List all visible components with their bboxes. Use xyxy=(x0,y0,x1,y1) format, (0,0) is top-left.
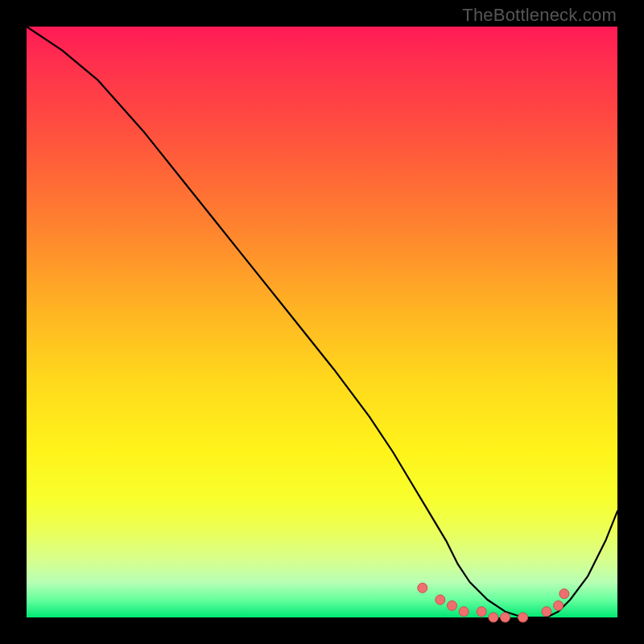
highlight-dot xyxy=(418,583,427,592)
chart-frame: { "watermark": "TheBottleneck.com", "col… xyxy=(0,0,644,644)
highlight-dot xyxy=(542,607,551,617)
highlight-dot xyxy=(477,607,486,617)
bottleneck-curve xyxy=(27,27,617,617)
highlight-dot xyxy=(559,589,569,599)
highlight-dot xyxy=(518,613,528,622)
highlight-dot xyxy=(501,613,510,622)
highlight-dot xyxy=(448,601,457,610)
watermark-text: TheBottleneck.com xyxy=(462,5,617,26)
highlight-dot xyxy=(489,613,498,622)
highlight-dot xyxy=(436,595,445,605)
chart-overlay xyxy=(27,27,617,617)
highlight-dot xyxy=(459,607,469,617)
highlight-dot xyxy=(554,601,564,610)
